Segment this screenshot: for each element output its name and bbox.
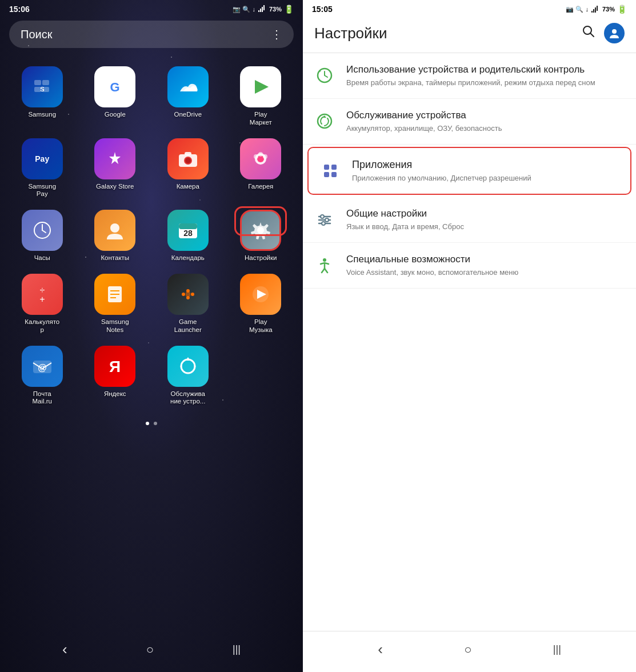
app-google[interactable]: G Google — [80, 62, 151, 131]
app-yandex[interactable]: Я Яндекс — [80, 341, 151, 411]
svg-point-14 — [258, 152, 263, 157]
app-snotes[interactable]: SamsungNotes — [80, 269, 151, 339]
apps-grid-icon — [322, 163, 338, 179]
time-left: 15:06 — [9, 5, 30, 14]
app-label-samsung: Samsung — [28, 111, 56, 119]
app-label-playmusic: PlayМузыка — [249, 318, 273, 334]
app-icon-gallery — [240, 138, 281, 179]
app-service[interactable]: Обслуживание устро... — [153, 341, 223, 411]
svg-rect-35 — [186, 292, 190, 297]
device-usage-title: Использование устройства и родительский … — [346, 63, 625, 76]
accessibility-subtitle: Voice Assistant, звук моно, вспомогатель… — [346, 268, 625, 278]
home-button-right[interactable]: ○ — [464, 642, 471, 657]
search-bar[interactable]: Поиск ⋮ — [9, 21, 294, 48]
app-icon-service — [167, 346, 209, 387]
recents-button-right[interactable]: ||| — [553, 643, 561, 655]
app-icon-clock — [22, 210, 63, 251]
general-subtitle: Язык и ввод, Дата и время, Сброс — [346, 222, 625, 232]
app-icon-mail: @ — [22, 346, 63, 387]
right-panel: 15:05 📷 🔍 ↓ 73% 🔋 Настройки — [303, 0, 636, 672]
status-icons-right: 📷 🔍 ↓ 73% 🔋 — [566, 5, 627, 14]
svg-point-49 — [321, 215, 324, 218]
apps-grid: S Samsung G Google — [0, 57, 303, 415]
svg-text:28: 28 — [183, 229, 193, 238]
app-camera[interactable]: Камера — [153, 134, 223, 203]
app-icon-gamelauncher — [167, 274, 209, 315]
app-label-galaxystore: Galaxy Store — [96, 183, 134, 191]
search-bar-label: Поиск — [21, 28, 52, 41]
app-settings[interactable]: Настройки — [226, 205, 297, 267]
app-icon-contacts — [94, 210, 135, 251]
app-playmarket[interactable]: PlayМаркет — [226, 62, 297, 131]
general-icon — [314, 210, 335, 230]
app-onedrive[interactable]: OneDrive — [153, 62, 223, 131]
nav-bar-left: ‹ ○ ||| — [0, 631, 303, 672]
app-label-google: Google — [105, 111, 126, 119]
svg-rect-11 — [185, 152, 191, 155]
left-panel: 15:06 📷 🔍 ↓ 73% 🔋 Поиск ⋮ S — [0, 0, 303, 672]
device-usage-content: Использование устройства и родительский … — [346, 63, 625, 88]
settings-title: Настройки — [314, 25, 387, 42]
general-content: Общие настройки Язык и ввод, Дата и врем… — [346, 207, 625, 232]
svg-point-51 — [325, 218, 329, 222]
back-button-right[interactable]: ‹ — [378, 641, 383, 658]
settings-item-maintenance[interactable]: Обслуживание устройства Аккумулятор, хра… — [303, 99, 636, 145]
status-bar-left: 15:06 📷 🔍 ↓ 73% 🔋 — [0, 0, 303, 16]
app-label-yandex: Яндекс — [104, 390, 126, 398]
app-calendar[interactable]: 28 Календарь — [153, 205, 223, 267]
settings-item-general[interactable]: Общие настройки Язык и ввод, Дата и врем… — [303, 197, 636, 243]
app-label-snotes: SamsungNotes — [101, 318, 129, 334]
general-title: Общие настройки — [346, 207, 625, 220]
settings-list: Использование устройства и родительский … — [303, 53, 636, 631]
maintenance-title: Обслуживание устройства — [346, 109, 625, 122]
app-gamelauncher[interactable]: GameLauncher — [153, 269, 223, 339]
svg-rect-4 — [34, 87, 41, 92]
search-more-icon[interactable]: ⋮ — [271, 27, 282, 41]
search-icon-header[interactable] — [582, 25, 595, 41]
header-icons — [582, 23, 625, 43]
svg-point-20 — [110, 223, 119, 233]
svg-point-31 — [182, 293, 185, 296]
svg-point-44 — [612, 29, 617, 34]
svg-text:÷: ÷ — [39, 285, 45, 295]
recents-button-left[interactable]: ||| — [233, 643, 241, 655]
accessibility-content: Специальные возможности Voice Assistant,… — [346, 253, 625, 278]
svg-text:G: G — [110, 80, 120, 94]
svg-rect-2 — [34, 80, 41, 85]
nav-bar-right: ‹ ○ ||| — [303, 631, 636, 672]
app-playmusic[interactable]: PlayМузыка — [226, 269, 297, 339]
svg-point-54 — [323, 258, 326, 262]
settings-item-accessibility[interactable]: Специальные возможности Voice Assistant,… — [303, 243, 636, 289]
app-contacts[interactable]: Контакты — [80, 205, 151, 267]
app-clock[interactable]: Часы — [7, 205, 78, 267]
app-label-service: Обслуживание устро... — [170, 390, 205, 406]
app-gallery[interactable]: Галерея — [226, 134, 297, 203]
app-icon-calendar: 28 — [167, 210, 209, 251]
settings-item-device-usage[interactable]: Использование устройства и родительский … — [303, 53, 636, 99]
apps-title: Приложения — [352, 158, 619, 171]
app-icon-playmusic — [240, 274, 281, 315]
maintenance-icon — [314, 111, 335, 131]
app-label-playmarket: PlayМаркет — [250, 111, 272, 127]
app-icon-calc: ÷ + — [22, 274, 63, 315]
app-galaxystore[interactable]: Galaxy Store — [80, 134, 151, 203]
app-icon-settings — [240, 210, 281, 251]
back-button-left[interactable]: ‹ — [62, 641, 67, 658]
page-dots — [0, 422, 303, 425]
home-button-left[interactable]: ○ — [146, 642, 154, 657]
app-icon-galaxystore — [94, 138, 135, 179]
svg-text:@: @ — [38, 363, 47, 373]
app-calc[interactable]: ÷ + Калькулятор — [7, 269, 78, 339]
svg-text:+: + — [39, 294, 45, 304]
svg-point-53 — [322, 222, 325, 225]
app-mail[interactable]: @ ПочтаMail.ru — [7, 341, 78, 411]
app-samsungpay[interactable]: Pay SamsungPay — [7, 134, 78, 203]
app-icon-camera — [167, 138, 209, 179]
app-icon-samsungpay: Pay — [22, 138, 63, 179]
avatar-icon[interactable] — [604, 23, 625, 43]
app-samsung[interactable]: S Samsung — [7, 62, 78, 131]
settings-item-apps[interactable]: Приложения Приложения по умолчанию, Дисп… — [307, 147, 631, 195]
app-label-clock: Часы — [34, 254, 50, 262]
app-label-calendar: Календарь — [171, 254, 205, 262]
svg-text:Я: Я — [109, 358, 121, 375]
